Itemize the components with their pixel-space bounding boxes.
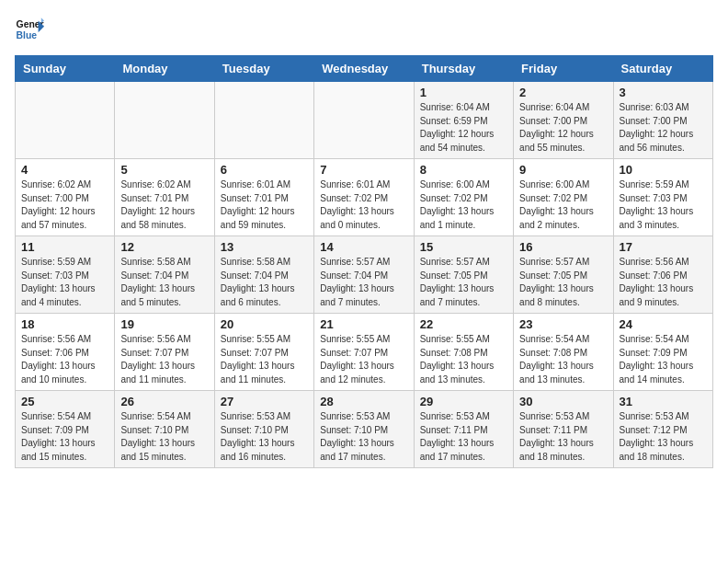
calendar-cell bbox=[115, 82, 214, 159]
day-number: 21 bbox=[320, 317, 407, 331]
calendar-cell: 2Sunrise: 6:04 AM Sunset: 7:00 PM Daylig… bbox=[514, 82, 613, 159]
day-info: Sunrise: 6:00 AM Sunset: 7:02 PM Dayligh… bbox=[420, 178, 507, 232]
calendar-cell: 9Sunrise: 6:00 AM Sunset: 7:02 PM Daylig… bbox=[514, 159, 613, 236]
calendar-cell: 18Sunrise: 5:56 AM Sunset: 7:06 PM Dayli… bbox=[16, 314, 115, 391]
calendar-cell: 11Sunrise: 5:59 AM Sunset: 7:03 PM Dayli… bbox=[16, 236, 115, 314]
calendar-cell: 20Sunrise: 5:55 AM Sunset: 7:07 PM Dayli… bbox=[214, 314, 313, 391]
calendar-cell: 30Sunrise: 5:53 AM Sunset: 7:11 PM Dayli… bbox=[514, 391, 613, 468]
day-number: 26 bbox=[120, 395, 208, 408]
calendar-cell bbox=[314, 82, 414, 159]
day-info: Sunrise: 5:55 AM Sunset: 7:07 PM Dayligh… bbox=[320, 333, 407, 386]
day-number: 31 bbox=[620, 395, 707, 408]
calendar-cell: 7Sunrise: 6:01 AM Sunset: 7:02 PM Daylig… bbox=[314, 159, 414, 236]
weekday-header-thursday: Thursday bbox=[414, 56, 513, 82]
calendar-cell: 15Sunrise: 5:57 AM Sunset: 7:05 PM Dayli… bbox=[414, 236, 513, 314]
day-info: Sunrise: 5:57 AM Sunset: 7:05 PM Dayligh… bbox=[519, 256, 607, 309]
day-info: Sunrise: 6:01 AM Sunset: 7:02 PM Dayligh… bbox=[320, 178, 407, 232]
day-info: Sunrise: 6:04 AM Sunset: 7:00 PM Dayligh… bbox=[519, 101, 607, 155]
weekday-header-saturday: Saturday bbox=[613, 56, 712, 82]
weekday-header-tuesday: Tuesday bbox=[214, 56, 313, 82]
day-number: 2 bbox=[519, 86, 607, 99]
calendar-cell: 31Sunrise: 5:53 AM Sunset: 7:12 PM Dayli… bbox=[613, 391, 712, 468]
day-info: Sunrise: 5:56 AM Sunset: 7:07 PM Dayligh… bbox=[120, 333, 208, 386]
day-info: Sunrise: 5:57 AM Sunset: 7:05 PM Dayligh… bbox=[420, 256, 507, 309]
day-number: 10 bbox=[620, 163, 707, 177]
day-number: 28 bbox=[320, 395, 407, 408]
weekday-header-row: SundayMondayTuesdayWednesdayThursdayFrid… bbox=[16, 56, 713, 82]
calendar-cell: 10Sunrise: 5:59 AM Sunset: 7:03 PM Dayli… bbox=[613, 159, 712, 236]
day-info: Sunrise: 5:59 AM Sunset: 7:03 PM Dayligh… bbox=[620, 178, 707, 232]
weekday-header-monday: Monday bbox=[115, 56, 214, 82]
day-info: Sunrise: 5:54 AM Sunset: 7:10 PM Dayligh… bbox=[120, 410, 208, 464]
logo: General Blue bbox=[15, 15, 48, 44]
calendar-cell: 29Sunrise: 5:53 AM Sunset: 7:11 PM Dayli… bbox=[414, 391, 513, 468]
day-info: Sunrise: 5:58 AM Sunset: 7:04 PM Dayligh… bbox=[221, 256, 308, 309]
day-info: Sunrise: 6:02 AM Sunset: 7:01 PM Dayligh… bbox=[120, 178, 208, 232]
svg-text:Blue: Blue bbox=[17, 30, 38, 40]
day-info: Sunrise: 5:54 AM Sunset: 7:09 PM Dayligh… bbox=[620, 333, 707, 386]
day-info: Sunrise: 6:00 AM Sunset: 7:02 PM Dayligh… bbox=[519, 178, 607, 232]
day-info: Sunrise: 5:54 AM Sunset: 7:08 PM Dayligh… bbox=[519, 333, 607, 386]
day-number: 23 bbox=[519, 317, 607, 331]
day-info: Sunrise: 5:53 AM Sunset: 7:11 PM Dayligh… bbox=[519, 410, 607, 464]
calendar-cell: 22Sunrise: 5:55 AM Sunset: 7:08 PM Dayli… bbox=[414, 314, 513, 391]
day-info: Sunrise: 5:53 AM Sunset: 7:11 PM Dayligh… bbox=[420, 410, 507, 464]
day-number: 9 bbox=[519, 163, 607, 177]
day-info: Sunrise: 6:04 AM Sunset: 6:59 PM Dayligh… bbox=[420, 101, 507, 155]
day-number: 13 bbox=[221, 240, 308, 254]
day-info: Sunrise: 5:53 AM Sunset: 7:10 PM Dayligh… bbox=[320, 410, 407, 464]
logo-icon: General Blue bbox=[15, 15, 44, 44]
day-number: 14 bbox=[320, 240, 407, 254]
calendar-week-2: 4Sunrise: 6:02 AM Sunset: 7:00 PM Daylig… bbox=[16, 159, 713, 236]
calendar-cell: 16Sunrise: 5:57 AM Sunset: 7:05 PM Dayli… bbox=[514, 236, 613, 314]
day-number: 22 bbox=[420, 317, 507, 331]
calendar-cell: 8Sunrise: 6:00 AM Sunset: 7:02 PM Daylig… bbox=[414, 159, 513, 236]
day-info: Sunrise: 5:56 AM Sunset: 7:06 PM Dayligh… bbox=[620, 256, 707, 309]
calendar-cell: 3Sunrise: 6:03 AM Sunset: 7:00 PM Daylig… bbox=[613, 82, 712, 159]
day-info: Sunrise: 5:59 AM Sunset: 7:03 PM Dayligh… bbox=[21, 256, 108, 309]
weekday-header-friday: Friday bbox=[514, 56, 613, 82]
calendar-cell: 5Sunrise: 6:02 AM Sunset: 7:01 PM Daylig… bbox=[115, 159, 214, 236]
calendar-week-5: 25Sunrise: 5:54 AM Sunset: 7:09 PM Dayli… bbox=[16, 391, 713, 468]
day-info: Sunrise: 6:03 AM Sunset: 7:00 PM Dayligh… bbox=[620, 101, 707, 155]
weekday-header-wednesday: Wednesday bbox=[314, 56, 414, 82]
day-number: 18 bbox=[21, 317, 108, 331]
calendar-cell: 6Sunrise: 6:01 AM Sunset: 7:01 PM Daylig… bbox=[214, 159, 313, 236]
calendar-cell: 23Sunrise: 5:54 AM Sunset: 7:08 PM Dayli… bbox=[514, 314, 613, 391]
day-number: 3 bbox=[620, 86, 707, 99]
day-number: 16 bbox=[519, 240, 607, 254]
day-number: 30 bbox=[519, 395, 607, 408]
day-number: 12 bbox=[120, 240, 208, 254]
calendar-week-1: 1Sunrise: 6:04 AM Sunset: 6:59 PM Daylig… bbox=[16, 82, 713, 159]
calendar-week-4: 18Sunrise: 5:56 AM Sunset: 7:06 PM Dayli… bbox=[16, 314, 713, 391]
calendar-cell bbox=[16, 82, 115, 159]
calendar-cell: 28Sunrise: 5:53 AM Sunset: 7:10 PM Dayli… bbox=[314, 391, 414, 468]
day-number: 11 bbox=[21, 240, 108, 254]
day-info: Sunrise: 5:53 AM Sunset: 7:10 PM Dayligh… bbox=[221, 410, 308, 464]
day-number: 27 bbox=[221, 395, 308, 408]
day-info: Sunrise: 5:55 AM Sunset: 7:07 PM Dayligh… bbox=[221, 333, 308, 386]
calendar-cell: 4Sunrise: 6:02 AM Sunset: 7:00 PM Daylig… bbox=[16, 159, 115, 236]
calendar-cell: 27Sunrise: 5:53 AM Sunset: 7:10 PM Dayli… bbox=[214, 391, 313, 468]
day-number: 7 bbox=[320, 163, 407, 177]
day-number: 25 bbox=[21, 395, 108, 408]
calendar-cell: 19Sunrise: 5:56 AM Sunset: 7:07 PM Dayli… bbox=[115, 314, 214, 391]
day-number: 6 bbox=[221, 163, 308, 177]
day-number: 29 bbox=[420, 395, 507, 408]
day-number: 4 bbox=[21, 163, 108, 177]
day-number: 20 bbox=[221, 317, 308, 331]
day-info: Sunrise: 5:54 AM Sunset: 7:09 PM Dayligh… bbox=[21, 410, 108, 464]
day-info: Sunrise: 6:01 AM Sunset: 7:01 PM Dayligh… bbox=[221, 178, 308, 232]
calendar-cell: 26Sunrise: 5:54 AM Sunset: 7:10 PM Dayli… bbox=[115, 391, 214, 468]
calendar-cell: 14Sunrise: 5:57 AM Sunset: 7:04 PM Dayli… bbox=[314, 236, 414, 314]
calendar-cell: 25Sunrise: 5:54 AM Sunset: 7:09 PM Dayli… bbox=[16, 391, 115, 468]
day-info: Sunrise: 5:56 AM Sunset: 7:06 PM Dayligh… bbox=[21, 333, 108, 386]
day-number: 19 bbox=[120, 317, 208, 331]
calendar-cell: 12Sunrise: 5:58 AM Sunset: 7:04 PM Dayli… bbox=[115, 236, 214, 314]
calendar-cell bbox=[214, 82, 313, 159]
calendar-table: SundayMondayTuesdayWednesdayThursdayFrid… bbox=[15, 55, 713, 468]
day-info: Sunrise: 6:02 AM Sunset: 7:00 PM Dayligh… bbox=[21, 178, 108, 232]
calendar-cell: 17Sunrise: 5:56 AM Sunset: 7:06 PM Dayli… bbox=[613, 236, 712, 314]
day-info: Sunrise: 5:58 AM Sunset: 7:04 PM Dayligh… bbox=[120, 256, 208, 309]
calendar-week-3: 11Sunrise: 5:59 AM Sunset: 7:03 PM Dayli… bbox=[16, 236, 713, 314]
